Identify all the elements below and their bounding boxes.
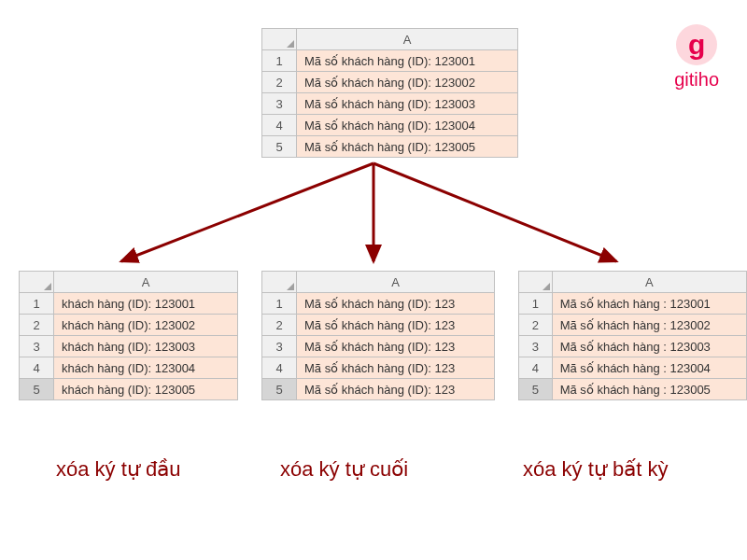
row-header[interactable]: 1 xyxy=(262,50,297,72)
table-row: 4Mã số khách hàng : 123004 xyxy=(519,357,747,379)
data-cell[interactable]: Mã số khách hàng (ID): 123 xyxy=(297,315,495,336)
table-row: 1Mã số khách hàng (ID): 123001 xyxy=(262,50,518,72)
row-header[interactable]: 1 xyxy=(20,293,54,315)
data-cell[interactable]: Mã số khách hàng (ID): 123002 xyxy=(297,72,518,93)
data-cell[interactable]: khách hàng (ID): 123005 xyxy=(54,379,238,400)
row-header[interactable]: 1 xyxy=(519,293,553,315)
table-row: 5Mã số khách hàng (ID): 123 xyxy=(262,379,495,400)
row-header[interactable]: 3 xyxy=(20,336,54,357)
row-header[interactable]: 4 xyxy=(262,357,297,379)
column-header-a[interactable]: A xyxy=(552,272,746,293)
row-header[interactable]: 5 xyxy=(262,136,297,158)
caption-left: xóa ký tự đầu xyxy=(56,457,180,482)
table-row: 3Mã số khách hàng (ID): 123 xyxy=(262,336,495,357)
table-row: 2Mã số khách hàng (ID): 123 xyxy=(262,315,495,336)
data-cell[interactable]: Mã số khách hàng : 123001 xyxy=(552,293,746,315)
result-table-middle: A 1Mã số khách hàng (ID): 123 2Mã số khá… xyxy=(261,271,495,400)
table-row: 4Mã số khách hàng (ID): 123 xyxy=(262,357,495,379)
row-header-selected[interactable]: 5 xyxy=(519,379,553,400)
brand-logo: g gitiho xyxy=(674,24,719,91)
data-cell[interactable]: Mã số khách hàng (ID): 123 xyxy=(297,357,495,379)
table-row: 2Mã số khách hàng : 123002 xyxy=(519,315,747,336)
table-row: 3Mã số khách hàng (ID): 123003 xyxy=(262,93,518,115)
column-header-a[interactable]: A xyxy=(54,272,238,293)
data-cell[interactable]: khách hàng (ID): 123003 xyxy=(54,336,238,357)
row-header[interactable]: 3 xyxy=(262,336,297,357)
table-row: 4khách hàng (ID): 123004 xyxy=(20,357,238,379)
brand-logo-letter: g xyxy=(688,29,705,61)
row-header[interactable]: 2 xyxy=(262,315,297,336)
table-row: 1Mã số khách hàng : 123001 xyxy=(519,293,747,315)
data-cell[interactable]: Mã số khách hàng : 123005 xyxy=(552,379,746,400)
brand-logo-text: gitiho xyxy=(674,69,719,91)
row-header[interactable]: 2 xyxy=(20,315,54,336)
data-cell[interactable]: Mã số khách hàng : 123004 xyxy=(552,357,746,379)
source-table: A 1Mã số khách hàng (ID): 123001 2Mã số … xyxy=(261,28,518,158)
row-header[interactable]: 2 xyxy=(519,315,553,336)
table-row: 2Mã số khách hàng (ID): 123002 xyxy=(262,72,518,93)
data-cell[interactable]: Mã số khách hàng (ID): 123001 xyxy=(297,50,518,72)
row-header[interactable]: 3 xyxy=(519,336,553,357)
caption-middle: xóa ký tự cuối xyxy=(280,457,408,482)
table-row: 1khách hàng (ID): 123001 xyxy=(20,293,238,315)
data-cell[interactable]: Mã số khách hàng (ID): 123 xyxy=(297,293,495,315)
row-header[interactable]: 4 xyxy=(519,357,553,379)
column-header-a[interactable]: A xyxy=(297,29,518,50)
row-header[interactable]: 3 xyxy=(262,93,297,115)
data-cell[interactable]: Mã số khách hàng (ID): 123 xyxy=(297,336,495,357)
result-table-left: A 1khách hàng (ID): 123001 2khách hàng (… xyxy=(19,271,238,400)
table-row: 3khách hàng (ID): 123003 xyxy=(20,336,238,357)
data-cell[interactable]: Mã số khách hàng : 123002 xyxy=(552,315,746,336)
row-header-selected[interactable]: 5 xyxy=(262,379,297,400)
table-row: 2khách hàng (ID): 123002 xyxy=(20,315,238,336)
row-header[interactable]: 2 xyxy=(262,72,297,93)
data-cell[interactable]: Mã số khách hàng (ID): 123 xyxy=(297,379,495,400)
result-table-right: A 1Mã số khách hàng : 123001 2Mã số khác… xyxy=(518,271,747,400)
row-header[interactable]: 4 xyxy=(262,115,297,136)
data-cell[interactable]: Mã số khách hàng : 123003 xyxy=(552,336,746,357)
data-cell[interactable]: khách hàng (ID): 123004 xyxy=(54,357,238,379)
data-cell[interactable]: Mã số khách hàng (ID): 123004 xyxy=(297,115,518,136)
select-all-corner[interactable] xyxy=(20,272,54,293)
data-cell[interactable]: Mã số khách hàng (ID): 123003 xyxy=(297,93,518,115)
data-cell[interactable]: khách hàng (ID): 123001 xyxy=(54,293,238,315)
row-header-selected[interactable]: 5 xyxy=(20,379,54,400)
table-row: 3Mã số khách hàng : 123003 xyxy=(519,336,747,357)
row-header[interactable]: 1 xyxy=(262,293,297,315)
column-header-a[interactable]: A xyxy=(297,272,495,293)
table-row: 5khách hàng (ID): 123005 xyxy=(20,379,238,400)
table-row: 4Mã số khách hàng (ID): 123004 xyxy=(262,115,518,136)
row-header[interactable]: 4 xyxy=(20,357,54,379)
arrow-right xyxy=(374,163,616,261)
select-all-corner[interactable] xyxy=(519,272,553,293)
data-cell[interactable]: khách hàng (ID): 123002 xyxy=(54,315,238,336)
brand-logo-circle: g xyxy=(676,24,717,65)
table-row: 5Mã số khách hàng (ID): 123005 xyxy=(262,136,518,158)
caption-right: xóa ký tự bất kỳ xyxy=(523,457,668,482)
table-row: 1Mã số khách hàng (ID): 123 xyxy=(262,293,495,315)
select-all-corner[interactable] xyxy=(262,29,297,50)
arrow-left xyxy=(121,163,374,261)
table-row: 5Mã số khách hàng : 123005 xyxy=(519,379,747,400)
select-all-corner[interactable] xyxy=(262,272,297,293)
data-cell[interactable]: Mã số khách hàng (ID): 123005 xyxy=(297,136,518,158)
